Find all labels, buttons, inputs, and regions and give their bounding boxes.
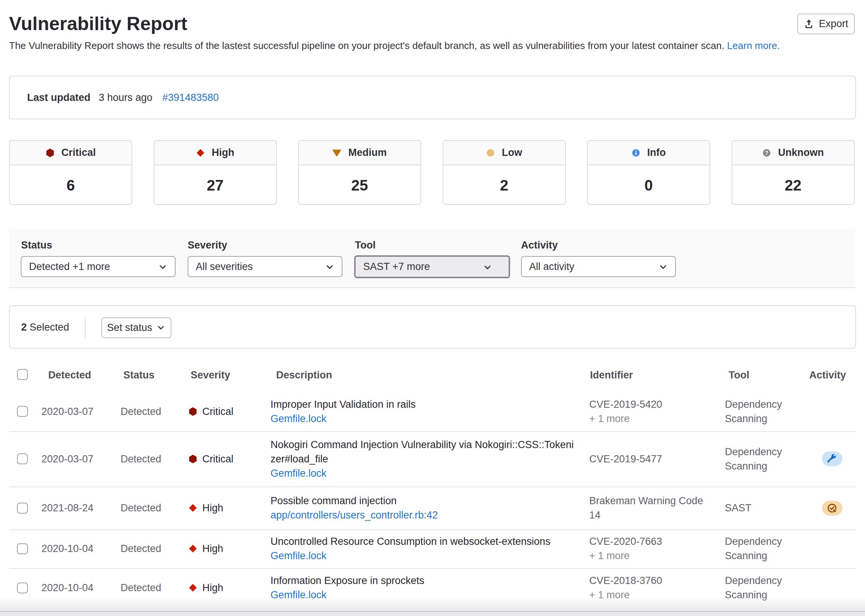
svg-text:?: ? <box>765 149 769 156</box>
